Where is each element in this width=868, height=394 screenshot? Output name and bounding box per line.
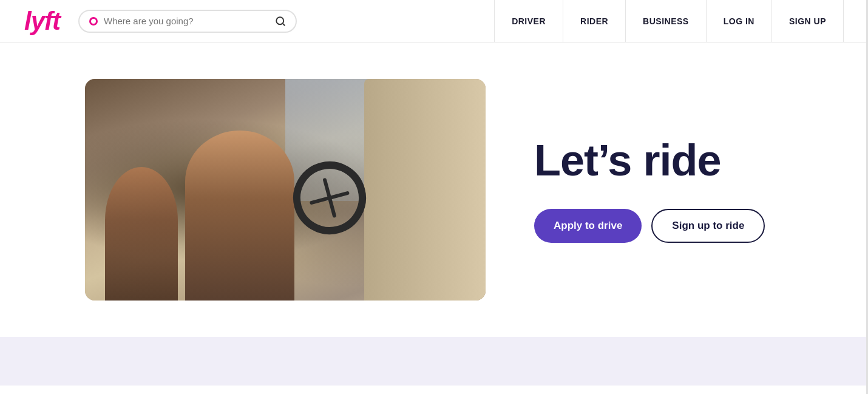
- hero-image: [85, 79, 486, 301]
- nav-item-business[interactable]: BUSINESS: [625, 0, 706, 42]
- search-input[interactable]: [104, 16, 269, 26]
- passenger-figure: [105, 167, 178, 301]
- nav-item-rider[interactable]: RIDER: [563, 0, 625, 42]
- footer-area: [0, 337, 868, 386]
- car-interior-scene: [85, 79, 486, 301]
- main-content: Let’s ride Apply to drive Sign up to rid…: [0, 42, 868, 337]
- hero-buttons: Apply to drive Sign up to ride: [534, 209, 819, 243]
- location-dot-icon: [89, 17, 98, 25]
- sign-up-to-ride-button[interactable]: Sign up to ride: [651, 209, 765, 243]
- header: lyft DRIVER RIDER BUSINESS LOG IN SIGN U…: [0, 0, 868, 42]
- apply-to-drive-button[interactable]: Apply to drive: [534, 209, 642, 243]
- hero-heading: Let’s ride: [534, 137, 819, 185]
- main-nav: DRIVER RIDER BUSINESS LOG IN SIGN UP: [494, 0, 844, 42]
- search-area: [78, 10, 297, 33]
- search-button[interactable]: [275, 16, 286, 27]
- nav-item-signup[interactable]: SIGN UP: [771, 0, 844, 42]
- car-seat: [364, 79, 486, 301]
- svg-line-1: [282, 23, 284, 25]
- nav-item-login[interactable]: LOG IN: [706, 0, 771, 42]
- logo-text: lyft: [24, 7, 60, 35]
- search-icon: [275, 16, 286, 27]
- driver-figure: [185, 131, 294, 301]
- hero-text-area: Let’s ride Apply to drive Sign up to rid…: [534, 137, 819, 243]
- search-box: [78, 10, 297, 33]
- logo[interactable]: lyft: [24, 8, 60, 34]
- nav-item-driver[interactable]: DRIVER: [494, 0, 563, 42]
